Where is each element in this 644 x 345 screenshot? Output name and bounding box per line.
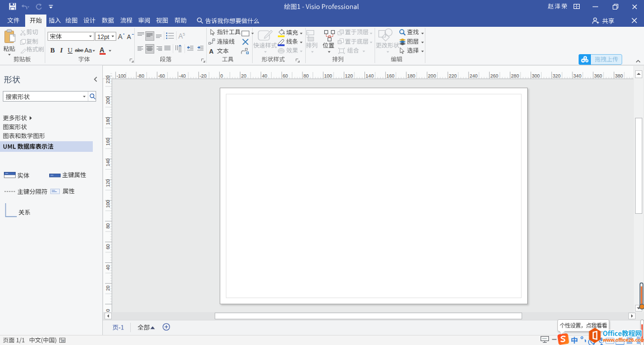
svg-text:60: 60 [283,73,288,78]
svg-text:200: 200 [105,96,110,104]
svg-text:80: 80 [105,223,110,229]
svg-text:5: 5 [183,32,185,36]
svg-text:0: 0 [220,73,223,78]
svg-text:160: 160 [105,137,110,146]
svg-text:180: 180 [105,117,110,125]
svg-text:100: 100 [105,200,110,208]
svg-text:-60: -60 [158,73,165,78]
svg-text:40: 40 [262,73,267,78]
svg-text:120: 120 [105,179,110,188]
svg-text:80: 80 [304,73,309,78]
svg-text:20: 20 [105,285,110,291]
svg-text:-80: -80 [138,73,145,78]
svg-text:A: A [209,48,214,55]
svg-text:0: 0 [105,309,110,312]
svg-text:-20: -20 [200,73,207,78]
svg-text:60: 60 [105,244,110,250]
svg-text:220: 220 [105,75,110,84]
svg-text:20: 20 [241,73,247,78]
svg-text:-40: -40 [179,73,186,78]
svg-text:A: A [118,33,122,41]
svg-text:A: A [127,33,131,40]
svg-text:A: A [178,32,183,40]
svg-text:40: 40 [105,265,110,270]
svg-text:-100: -100 [116,73,126,78]
svg-text:140: 140 [105,159,110,167]
